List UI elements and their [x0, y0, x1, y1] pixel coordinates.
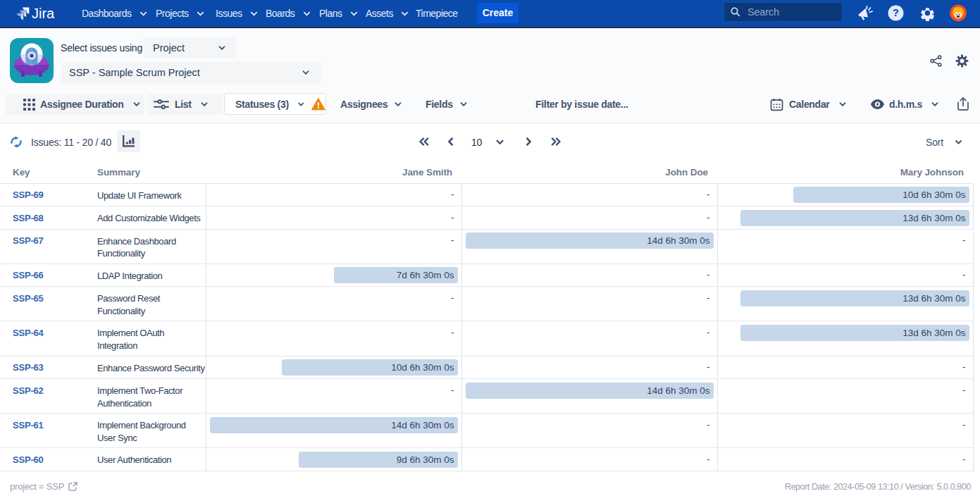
svg-text:?: ? [893, 7, 899, 18]
